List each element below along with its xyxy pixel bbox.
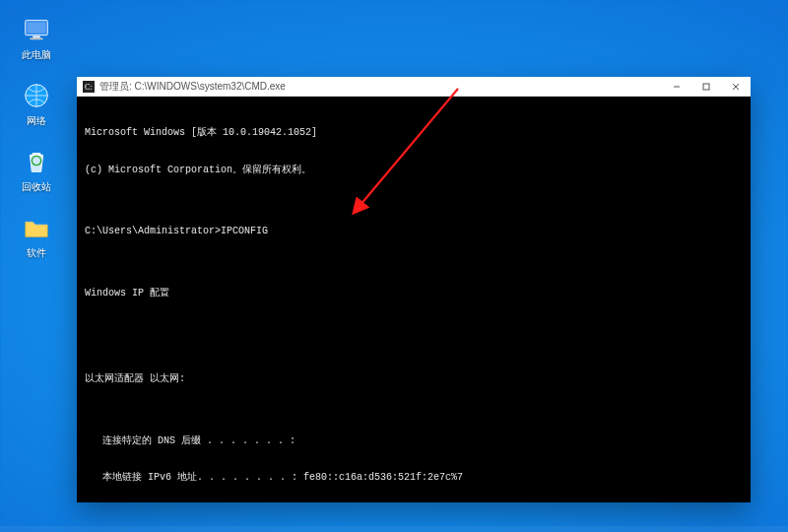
desktop-icon-list: 此电脑 网络 回收站 软件: [14, 14, 59, 260]
globe-icon: [21, 80, 52, 111]
minimize-button[interactable]: [662, 77, 691, 96]
svg-rect-2: [33, 36, 40, 38]
pc-icon: [21, 14, 52, 45]
desktop-icon-label: 软件: [27, 246, 46, 260]
terminal-line: Microsoft Windows [版本 10.0.19042.1052]: [85, 127, 743, 140]
desktop-icon-label: 网络: [27, 114, 46, 128]
desktop-icon-this-pc[interactable]: 此电脑: [14, 14, 59, 62]
svg-rect-1: [28, 23, 46, 33]
terminal-prompt-line: C:\Users\Administrator>IPCONFIG: [85, 226, 743, 238]
desktop-icon-network[interactable]: 网络: [14, 80, 59, 128]
folder-icon: [21, 212, 52, 243]
window-titlebar[interactable]: C: 管理员: C:\WINDOWS\system32\CMD.exe: [77, 77, 751, 97]
window-title: 管理员: C:\WINDOWS\system32\CMD.exe: [99, 80, 286, 94]
window-controls: [662, 77, 751, 96]
maximize-button[interactable]: [691, 77, 721, 96]
desktop-icon-software-folder[interactable]: 软件: [14, 212, 59, 260]
terminal-line: 连接特定的 DNS 后缀 . . . . . . . :: [85, 435, 743, 448]
desktop-icon-label: 此电脑: [22, 48, 51, 62]
cmd-icon: C:: [83, 81, 95, 93]
taskbar[interactable]: [0, 526, 788, 532]
svg-rect-3: [30, 37, 42, 39]
svg-rect-7: [703, 84, 709, 90]
terminal-output[interactable]: Microsoft Windows [版本 10.0.19042.1052] (…: [77, 97, 751, 502]
desktop-icon-label: 回收站: [22, 180, 51, 194]
close-button[interactable]: [721, 77, 751, 96]
desktop-icon-recycle-bin[interactable]: 回收站: [14, 146, 59, 194]
svg-text:C:: C:: [85, 83, 93, 92]
terminal-line: 以太网适配器 以太网:: [85, 373, 743, 386]
cmd-window: C: 管理员: C:\WINDOWS\system32\CMD.exe Micr…: [77, 77, 751, 502]
recycle-icon: [21, 146, 52, 177]
terminal-line: Windows IP 配置: [85, 288, 743, 300]
titlebar-left: C: 管理员: C:\WINDOWS\system32\CMD.exe: [83, 80, 286, 94]
terminal-line: 本地链接 IPv6 地址. . . . . . . . : fe80::c16a…: [85, 472, 743, 485]
terminal-line: (c) Microsoft Corporation。保留所有权利。: [85, 165, 743, 177]
